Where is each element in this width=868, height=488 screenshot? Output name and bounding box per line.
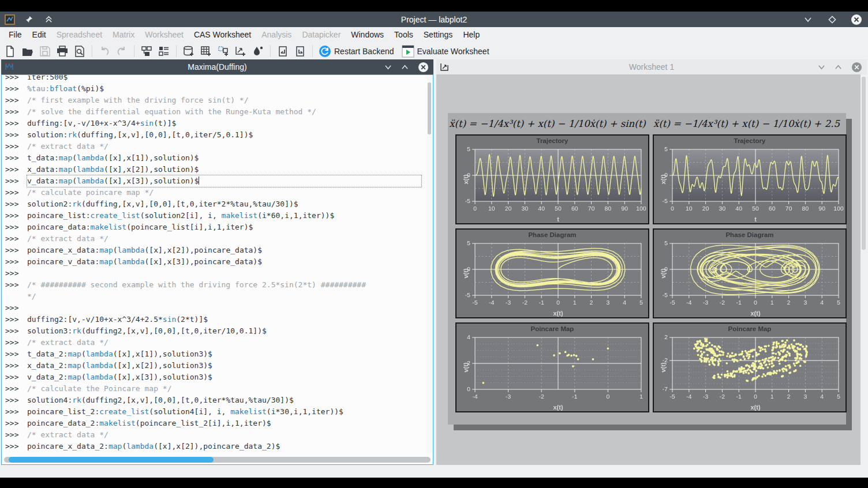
maxima-restore-icon[interactable] <box>401 63 409 71</box>
console-line: >>>%tau:bfloat(%pi)$ <box>5 83 421 95</box>
y-axis-label: v(t) <box>462 350 469 385</box>
plot-trajectory-1[interactable]: Trajectorytx(t) <box>455 134 649 224</box>
console-hscroll-thumb[interactable] <box>9 457 214 463</box>
restart-backend-icon <box>319 45 331 58</box>
color-scheme-button[interactable] <box>250 44 266 59</box>
x-axis-label: x(t) <box>475 310 641 317</box>
print-button[interactable] <box>54 44 70 59</box>
console-line: >>>/* extract data */ <box>5 141 421 152</box>
export-button[interactable] <box>292 44 308 59</box>
console-horizontal-scrollbar[interactable] <box>4 457 431 463</box>
menu-windows[interactable]: Windows <box>346 27 389 43</box>
evaluate-worksheet-button[interactable]: Evaluate Worksheet <box>400 44 494 59</box>
maxima-console-window: Maxima(Duffing) >>>iter:500$>>>%tau:bflo… <box>1 59 433 465</box>
console-line: >>> <box>5 302 421 314</box>
print-preview-button[interactable] <box>72 44 88 59</box>
worksheet-page: ẍ(t) = −1/4x³(t) + x(t) − 1/10ẋ(t) + sin… <box>448 113 846 425</box>
new-document-button[interactable] <box>2 44 18 59</box>
menu-help[interactable]: Help <box>458 27 485 43</box>
status-bar <box>0 465 868 478</box>
console-lines: >>>iter:500$>>>%tau:bfloat(%pi)$>>>/* fi… <box>5 74 421 452</box>
console-line: >>>/* calculate poincare map */ <box>5 187 421 198</box>
new-workbook-icon <box>217 45 230 58</box>
plot-poincare-map-2[interactable]: Poincare Mapx(t)v(t) <box>653 322 847 412</box>
new-datapicker-icon <box>234 45 247 58</box>
maxima-close-icon[interactable] <box>418 62 429 73</box>
mdi-area: Maxima(Duffing) >>>iter:500$>>>%tau:bflo… <box>0 59 868 465</box>
y-axis-label: v(t) <box>660 350 667 385</box>
plot-title: Trajectory <box>457 137 648 144</box>
worksheet-minimize-icon[interactable] <box>818 63 825 71</box>
equation-2[interactable]: ẍ(t) = −1/4x³(t) + x(t) − 1/10ẋ(t) + 2.5… <box>647 114 846 134</box>
minimize-button[interactable] <box>802 14 814 25</box>
redo-button <box>114 44 130 59</box>
new-document-icon <box>4 45 17 58</box>
console-line: >>>poincare_v_data:map(lambda([x],x[3]),… <box>5 256 421 268</box>
color-scheme-icon <box>252 45 264 58</box>
menu-cas-worksheet[interactable]: CAS Worksheet <box>189 27 256 43</box>
maxima-console[interactable]: >>>iter:500$>>>%tau:bfloat(%pi)$>>>/* fi… <box>1 74 433 465</box>
toolbar-separator <box>176 46 177 57</box>
plot-title: Phase Diagram <box>654 231 845 238</box>
menu-tools[interactable]: Tools <box>389 27 418 43</box>
restart-backend-label: Restart Backend <box>334 47 394 56</box>
main-toolbar: Restart BackendEvaluate Worksheet <box>0 43 868 59</box>
screen: Project — labplot2 FileEditSpreadsheetMa… <box>0 0 868 488</box>
plot-phase-diagram-2[interactable]: Phase Diagramx(t)v(t) <box>653 228 847 318</box>
maxima-window-titlebar: Maxima(Duffing) <box>1 59 433 74</box>
console-line: >>>poincare_x_data_2:map(lambda([x],x[2]… <box>5 441 421 452</box>
maximize-button[interactable] <box>826 14 838 25</box>
console-line: >>>x_data_2:map(lambda([x],x[2]),solutio… <box>5 360 421 371</box>
menu-edit[interactable]: Edit <box>27 27 51 43</box>
worksheet-close-icon[interactable] <box>851 62 862 73</box>
import-button[interactable] <box>275 44 291 59</box>
plot-trajectory-2[interactable]: Trajectorytx(t) <box>653 134 847 224</box>
equation-1[interactable]: ẍ(t) = −1/4x³(t) + x(t) − 1/10ẋ(t) + sin… <box>448 114 647 134</box>
project-explorer-button[interactable] <box>139 44 155 59</box>
new-datapicker-button[interactable] <box>233 44 249 59</box>
maxima-minimize-icon[interactable] <box>384 63 392 71</box>
console-line: >>>x_data:map(lambda([x],x[2]),solution)… <box>5 164 421 175</box>
menu-matrix: Matrix <box>107 27 140 43</box>
new-matrix-button[interactable] <box>198 44 214 59</box>
x-axis-label: t <box>475 216 641 223</box>
y-axis-label: v(t) <box>660 256 667 291</box>
console-line: >>>duffing2:[v,-v/10+x-x^3/4+2.5*sin(2*t… <box>5 314 421 325</box>
console-line: >>>solution4:rk(duffing2,[x,v],[0,0],[t,… <box>5 395 421 406</box>
console-line: >>>duffing:[v,-v/10+x-x^3/4+sin(t)]$ <box>5 118 421 129</box>
open-folder-button[interactable] <box>20 44 36 59</box>
print-preview-icon <box>73 45 86 58</box>
menu-worksheet: Worksheet <box>140 27 189 43</box>
plot-title: Poincare Map <box>457 325 648 332</box>
plot-poincare-map-1[interactable]: Poincare Mapx(t)v(t) <box>455 322 649 412</box>
menu-file[interactable]: File <box>3 27 27 43</box>
worksheet-view[interactable]: ẍ(t) = −1/4x³(t) + x(t) − 1/10ẋ(t) + sin… <box>436 74 867 465</box>
console-line: >>>solution3:rk(duffing2,[x,v],[0,0],[t,… <box>5 325 421 337</box>
save-icon <box>39 45 51 58</box>
console-active-line[interactable]: >>>v_data:map(lambda([x],x[3]),solution)… <box>5 175 421 187</box>
console-line: >>>iter:500$ <box>5 74 421 83</box>
console-line: >>>t_data_2:map(lambda([x],x[1]),solutio… <box>5 348 421 360</box>
menu-settings[interactable]: Settings <box>418 27 458 43</box>
restart-backend-button[interactable]: Restart Backend <box>317 44 399 59</box>
close-button[interactable] <box>851 14 862 25</box>
undo-icon <box>98 45 111 58</box>
new-spreadsheet-button[interactable] <box>181 44 197 59</box>
plot-phase-diagram-1[interactable]: Phase Diagramx(t)v(t) <box>455 228 649 318</box>
worksheet-restore-icon[interactable] <box>835 63 842 71</box>
new-matrix-icon <box>200 45 212 58</box>
worksheet-window-title: Worksheet 1 <box>436 62 867 72</box>
console-line: >>> <box>5 268 421 279</box>
menu-bar: FileEditSpreadsheetMatrixWorksheetCAS Wo… <box>0 27 868 43</box>
properties-explorer-button[interactable] <box>156 44 172 59</box>
console-vertical-scrollbar[interactable] <box>426 76 432 453</box>
y-axis-label: x(t) <box>660 162 667 197</box>
menu-datapicker: Datapicker <box>297 27 346 43</box>
new-workbook-button[interactable] <box>215 44 231 59</box>
plot-title: Phase Diagram <box>457 231 648 238</box>
console-line: >>>solution:rk(duffing,[x,v],[0,0],[t,0,… <box>5 129 421 141</box>
toolbar-separator <box>134 46 134 57</box>
evaluate-worksheet-label: Evaluate Worksheet <box>417 47 489 56</box>
worksheet-window-titlebar: Worksheet 1 <box>436 59 867 74</box>
worksheet-vertical-scrollbar[interactable] <box>860 74 867 465</box>
